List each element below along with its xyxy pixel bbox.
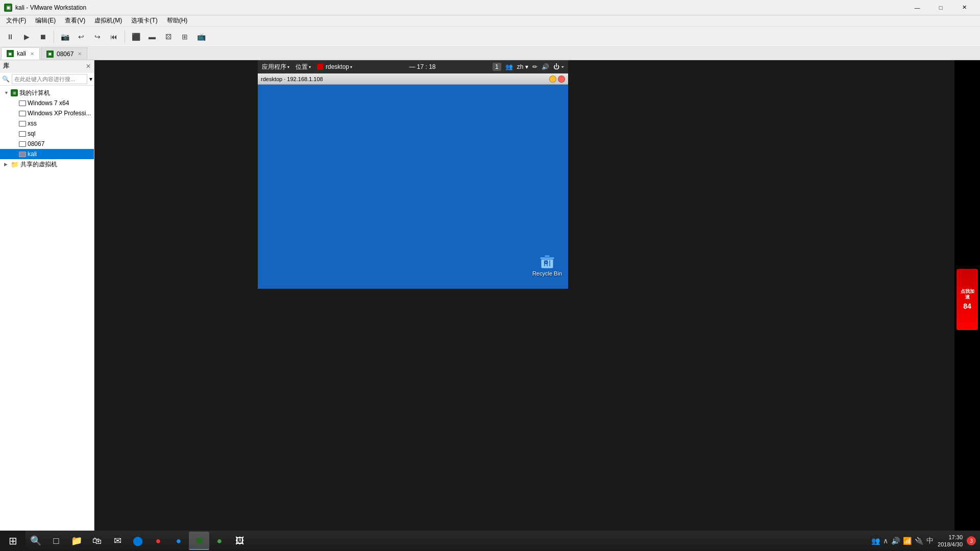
toolbar-stop[interactable]: ⏹ [36,29,50,44]
tab-kali-close[interactable]: ✕ [30,51,34,57]
tray-volume-icon[interactable]: 🔊 [891,537,900,545]
taskbar-cortana[interactable]: ⬤ [128,532,148,550]
vm-topbar: 应用程序 ▾ 位置 ▾ rdesktop ▾ — 17 : 18 1 👥 zh … [258,60,568,73]
rdesktop-window: rdesktop · 192.168.1.108 [258,73,568,289]
expand-icon: ▼ [4,90,9,95]
taskbar-search[interactable]: 🔍 [26,532,46,550]
vm-keyboard-icon: ✏ [532,63,537,70]
tray-wifi-icon[interactable]: 📶 [903,537,912,545]
tree-item-kali[interactable]: kali [0,149,94,159]
content-area[interactable]: 应用程序 ▾ 位置 ▾ rdesktop ▾ — 17 : 18 1 👥 zh … [94,60,980,539]
vm-icon-xss [19,121,26,127]
tray-show-hidden[interactable]: ∧ [883,537,888,545]
tree-item-my-computer[interactable]: ▼ ⊞ 我的计算机 [0,88,94,98]
taskbar-app-green[interactable]: ● [209,532,230,550]
taskbar-file-explorer[interactable]: 📁 [66,532,87,550]
rdesktop-close[interactable] [558,76,565,83]
toolbar-snapshot[interactable]: 📷 [58,29,72,44]
titlebar-left: ▣ kali - VMware Workstation [4,4,86,12]
toolbar-redo[interactable]: ↪ [90,29,105,44]
tree-item-label-kali: kali [28,151,37,158]
rdesktop-minimize[interactable] [549,76,556,83]
system-clock[interactable]: 17:30 2018/4/30 [938,534,963,548]
expand-icon-shared: ▶ [4,162,9,167]
taskbar-store[interactable]: 🛍 [87,532,107,550]
file-explorer-icon: 📁 [70,535,83,547]
toolbar-fit[interactable]: ⬛ [129,29,143,44]
tray-icons: 👥 ∧ 🔊 📶 🔌 中 [871,536,934,545]
recycle-bin[interactable]: ♻ Recycle Bin [530,251,564,279]
vm-topbar-center: — 17 : 18 [409,63,435,70]
tab-kali[interactable]: ▣ kali ✕ [1,47,40,60]
start-button[interactable]: ⊞ [0,531,26,551]
taskbar-mail[interactable]: ✉ [107,532,128,550]
menu-vm[interactable]: 虚拟机(M) [90,15,126,26]
start-icon: ⊞ [4,532,22,550]
vm-user-icon: 👥 [505,63,513,70]
rdesktop-titlebar: rdesktop · 192.168.1.108 [258,73,568,85]
cortana-icon: ⬤ [132,535,144,547]
toolbar-prev[interactable]: ⏮ [107,29,121,44]
tab-kali-icon: ▣ [7,50,14,57]
tree-item-shared[interactable]: ▶ 📁 共享的虚拟机 [0,159,94,169]
tab-kali-label: kali [17,50,26,57]
taskbar-task-view[interactable]: □ [46,532,66,550]
notification-badge[interactable]: 3 [967,536,976,545]
toolbar-monitor[interactable]: 📺 [194,29,208,44]
tree-item-win7[interactable]: Windows 7 x64 [0,98,94,108]
close-button[interactable]: ✕ [952,0,976,15]
vm-power-btn[interactable]: ⏻ ▾ [553,63,564,70]
tray-lang-icon[interactable]: 中 [926,536,934,545]
minimize-button[interactable]: — [905,0,929,15]
maximize-button[interactable]: □ [929,0,952,15]
tree-item-sql[interactable]: sql [0,129,94,139]
search-icon: 🔍 [30,535,42,547]
shared-folder-icon: 📁 [11,161,19,168]
toolbar-play[interactable]: ▶ [19,29,34,44]
tree-item-label-08067: 08067 [28,140,44,147]
rdesktop-icon-small [317,64,323,70]
tray-battery-icon[interactable]: 🔌 [915,537,923,545]
menu-help[interactable]: 帮助(H) [163,15,192,26]
toolbar-window[interactable]: ▬ [145,29,159,44]
tree-item-xss[interactable]: xss [0,118,94,129]
toolbar-undo[interactable]: ↩ [74,29,88,44]
rdesktop-desktop[interactable]: ♻ Recycle Bin [258,85,568,289]
sidebar-title: 库 [3,62,9,70]
tab-08067-close[interactable]: ✕ [78,51,82,57]
taskbar-app-red[interactable]: ● [148,532,168,550]
task-view-icon: □ [50,535,62,547]
svg-text:♻: ♻ [544,260,548,265]
vm-workspace-num[interactable]: 1 [493,63,501,71]
vm-location-menu[interactable]: 位置 ▾ [296,63,311,71]
vm-rdesktop-menu[interactable]: rdesktop ▾ [317,63,352,70]
tree-item-winxp[interactable]: Windows XP Professi... [0,108,94,118]
search-dropdown-icon[interactable]: ▾ [89,76,92,83]
toolbar-full[interactable]: ⊞ [178,29,192,44]
taskbar-photos[interactable]: 🖼 [230,532,250,550]
menu-file[interactable]: 文件(F) [2,15,30,26]
taskbar-vmware[interactable]: ▣ [189,532,209,550]
tab-08067[interactable]: ▣ 08067 ✕ [41,47,87,60]
vm-topbar-right: 1 👥 zh ▾ ✏ 🔊 ⏻ ▾ [493,63,564,71]
vm-app-menu[interactable]: 应用程序 ▾ [262,63,289,71]
rdesktop-title: rdesktop · 192.168.1.108 [261,76,323,82]
ad-text-line1: 点我加速 [959,289,976,300]
vm-icon-kali [19,152,26,157]
toolbar-grid[interactable]: ⚄ [161,29,176,44]
vm-icon-08067 [19,141,26,147]
toolbar-pause[interactable]: ⏸ [3,29,17,44]
tree-item-08067[interactable]: 08067 [0,139,94,149]
menu-tab[interactable]: 选项卡(T) [127,15,161,26]
menu-view[interactable]: 查看(V) [61,15,89,26]
vm-lang[interactable]: zh ▾ [517,63,528,70]
app-green-icon: ● [213,535,226,547]
taskbar-app-blue[interactable]: ● [168,532,189,550]
rdesktop-controls [549,76,565,83]
ad-banner[interactable]: 点我加速 84 [957,269,978,330]
tray-network-icon[interactable]: 👥 [871,537,880,545]
tree-item-label-xss: xss [28,120,37,127]
sidebar-close-button[interactable]: ✕ [86,63,91,70]
menu-edit[interactable]: 编辑(E) [31,15,60,26]
sidebar-search-input[interactable] [12,74,87,84]
